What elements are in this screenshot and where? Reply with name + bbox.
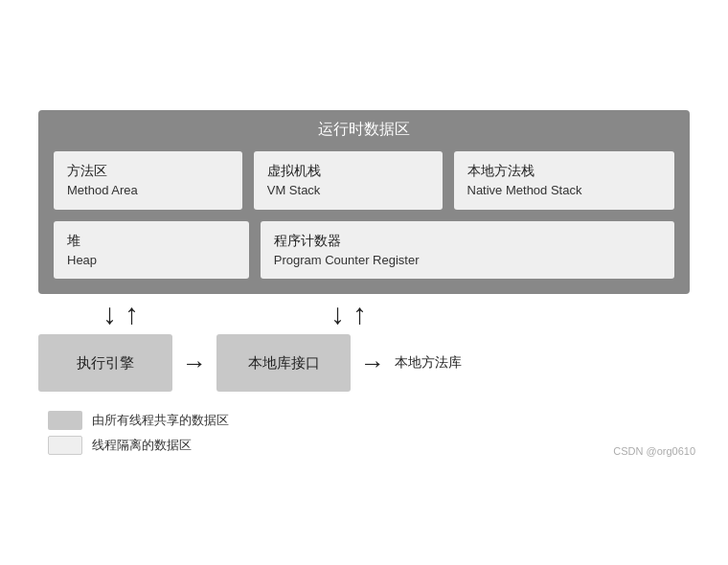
- arrow-pair-exec: ↓ ↑: [92, 300, 149, 328]
- legend-shared: 由所有线程共享的数据区: [48, 411, 690, 430]
- arrow-down-exec: ↓: [102, 300, 117, 328]
- heap-box: 堆 Heap: [54, 221, 249, 280]
- runtime-area: 运行时数据区 方法区 Method Area 虚拟机栈 VM Stack 本地方…: [38, 110, 690, 294]
- legend-box-shared: [48, 411, 82, 430]
- method-area-box: 方法区 Method Area: [54, 151, 242, 210]
- above-arrows-row: ↓ ↑ ↓ ↑: [38, 300, 690, 328]
- exec-row: 执行引擎 → 本地库接口 → 本地方法库: [38, 334, 462, 392]
- vm-stack-en: VM Stack: [267, 181, 429, 200]
- top-row: 方法区 Method Area 虚拟机栈 VM Stack 本地方法栈 Nati…: [54, 151, 674, 210]
- native-lib-label: 本地方法库: [395, 354, 462, 372]
- bottom-row: 堆 Heap 程序计数器 Program Counter Register: [54, 221, 674, 280]
- heap-en: Heap: [67, 251, 236, 270]
- watermark: CSDN @org0610: [613, 445, 695, 457]
- counter-box: 程序计数器 Program Counter Register: [261, 221, 674, 280]
- legend-isolated: 线程隔离的数据区: [48, 436, 690, 455]
- native-iface-block: 本地库接口: [216, 334, 351, 392]
- legend-isolated-label: 线程隔离的数据区: [92, 437, 192, 454]
- exec-engine-block: 执行引擎: [38, 334, 172, 392]
- legend-shared-label: 由所有线程共享的数据区: [92, 412, 229, 429]
- arrows-exec-section: ↓ ↑ ↓ ↑ 执行引擎 →: [38, 300, 690, 392]
- native-method-stack-en: Native Method Stack: [467, 181, 662, 200]
- counter-en: Program Counter Register: [274, 251, 661, 270]
- heap-cn: 堆: [67, 231, 236, 251]
- native-iface-label: 本地库接口: [248, 354, 320, 373]
- counter-cn: 程序计数器: [274, 231, 661, 251]
- vm-stack-box: 虚拟机栈 VM Stack: [254, 151, 443, 210]
- method-area-en: Method Area: [67, 181, 229, 200]
- legend-box-isolated: [48, 436, 82, 455]
- arrow-up-exec: ↑: [125, 300, 139, 328]
- legend: 由所有线程共享的数据区 线程隔离的数据区: [38, 411, 690, 455]
- runtime-title: 运行时数据区: [54, 120, 674, 140]
- method-area-cn: 方法区: [67, 161, 229, 181]
- arrow-down-native: ↓: [330, 300, 345, 328]
- exec-engine-label: 执行引擎: [77, 354, 134, 373]
- horiz-arrow-native-lib: →: [360, 349, 385, 378]
- vm-stack-cn: 虚拟机栈: [267, 161, 429, 181]
- horiz-arrow-exec-native: →: [182, 349, 207, 378]
- arrow-up-native: ↑: [353, 300, 367, 328]
- arrow-pair-native: ↓ ↑: [320, 300, 377, 328]
- native-method-stack-box: 本地方法栈 Native Method Stack: [454, 151, 675, 210]
- native-method-stack-cn: 本地方法栈: [467, 161, 662, 181]
